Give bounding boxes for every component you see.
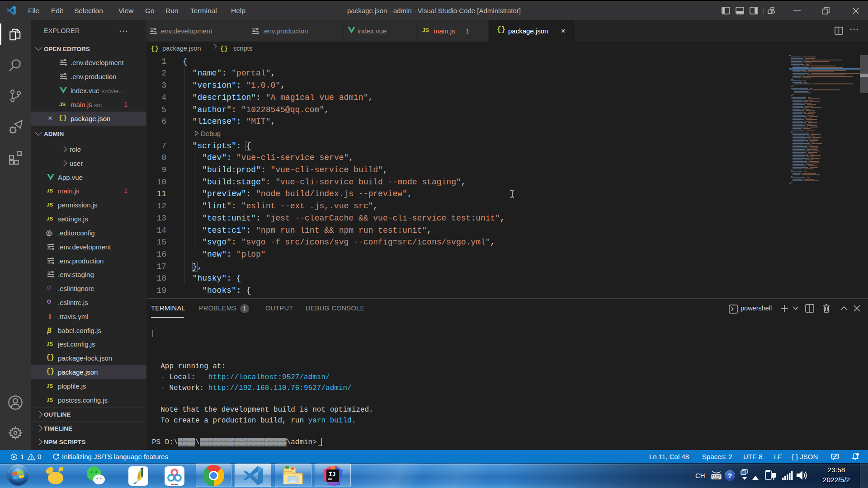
- svg-text:IJ: IJ: [329, 471, 336, 478]
